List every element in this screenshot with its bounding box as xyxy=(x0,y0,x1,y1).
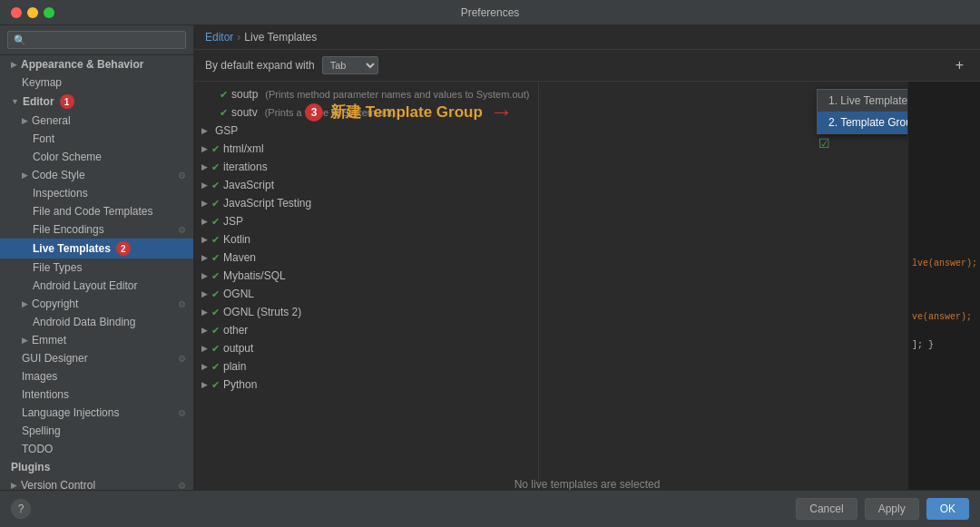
sidebar-item-editor[interactable]: ▼ Editor 1 xyxy=(0,92,193,112)
check-icon: ✔ xyxy=(211,307,220,318)
check-icon: ✔ xyxy=(220,107,228,119)
sidebar-item-label: Editor xyxy=(23,95,54,108)
sidebar-item-label: Spelling xyxy=(22,425,61,437)
arrow-icon: ▶ xyxy=(201,126,208,135)
template-name: iterations xyxy=(223,161,268,173)
sidebar-item-color-scheme[interactable]: Color Scheme xyxy=(0,148,193,166)
sidebar-item-gui-designer[interactable]: GUI Designer ⚙ xyxy=(0,349,193,367)
arrow-icon: ▶ xyxy=(201,380,208,389)
sidebar-item-keymap[interactable]: Keymap xyxy=(0,73,193,92)
arrow-icon: ▶ xyxy=(201,362,208,371)
close-button[interactable] xyxy=(11,7,22,18)
bottom-bar: ? Cancel Apply OK xyxy=(0,490,980,527)
sidebar-item-android-layout-editor[interactable]: Android Layout Editor xyxy=(0,277,193,295)
list-item[interactable]: ▶ ✔ JavaScript Testing xyxy=(194,194,538,212)
sidebar-item-emmet[interactable]: ▶ Emmet xyxy=(0,331,193,349)
sidebar-item-copyright[interactable]: ▶ Copyright ⚙ xyxy=(0,295,193,313)
arrow-icon: ▶ xyxy=(22,299,28,308)
template-list: ✔ soutp (Prints method parameter names a… xyxy=(194,82,539,527)
arrow-icon: ▶ xyxy=(201,199,208,208)
main-content: Editor › Live Templates By default expan… xyxy=(194,25,980,527)
arrow-icon: ▶ xyxy=(201,326,208,335)
sidebar-item-label: Code Style xyxy=(32,169,85,181)
sidebar-item-plugins[interactable]: Plugins xyxy=(0,458,193,476)
list-item[interactable]: ▶ ✔ Python xyxy=(194,376,538,394)
sidebar-item-label: File and Code Templates xyxy=(33,205,153,218)
check-icon: ✔ xyxy=(211,252,220,264)
sidebar-item-label: File Encodings xyxy=(33,223,104,236)
sidebar-item-label: Emmet xyxy=(32,334,66,346)
sidebar-item-general[interactable]: ▶ General xyxy=(0,112,193,130)
sidebar-item-file-code-templates[interactable]: File and Code Templates xyxy=(0,202,193,220)
sidebar-item-label: Copyright xyxy=(32,298,78,310)
ok-button[interactable]: OK xyxy=(926,498,969,520)
sidebar-item-file-encodings[interactable]: File Encodings ⚙ xyxy=(0,220,193,239)
arrow-icon: ▶ xyxy=(201,289,208,298)
list-item[interactable]: ▶ ✔ other xyxy=(194,321,538,339)
list-item[interactable]: ▶ ✔ JavaScript xyxy=(194,176,538,194)
breadcrumb-live-templates: Live Templates xyxy=(244,31,317,44)
sidebar-item-label: Intentions xyxy=(22,388,69,401)
sidebar-item-android-data-binding[interactable]: Android Data Binding xyxy=(0,313,193,331)
arrow-icon: ▶ xyxy=(11,481,17,490)
sidebar-item-inspections[interactable]: Inspections xyxy=(0,184,193,202)
check-icon: ✔ xyxy=(211,234,220,246)
add-button[interactable]: + xyxy=(950,55,969,75)
list-item[interactable]: ▶ ✔ plain xyxy=(194,357,538,376)
arrow-icon: ▶ xyxy=(201,253,208,262)
minimize-button[interactable] xyxy=(27,7,38,18)
breadcrumb: Editor › Live Templates xyxy=(194,25,980,50)
check-icon: ✔ xyxy=(211,161,220,173)
template-name: JavaScript xyxy=(223,179,274,191)
sidebar-item-label: Android Data Binding xyxy=(33,316,135,328)
sidebar-item-intentions[interactable]: Intentions xyxy=(0,385,193,404)
list-item[interactable]: ▶ ✔ OGNL (Struts 2) xyxy=(194,303,538,321)
settings-icon: ⚙ xyxy=(178,171,186,181)
arrow-icon: ▶ xyxy=(22,171,28,180)
sidebar-item-code-style[interactable]: ▶ Code Style ⚙ xyxy=(0,166,193,184)
expand-dropdown[interactable]: Tab Enter Space xyxy=(322,56,378,74)
sidebar-item-label: Keymap xyxy=(22,76,62,89)
window-title: Preferences xyxy=(461,6,520,19)
list-item[interactable]: ▶ ✔ html/xml xyxy=(194,140,538,158)
sidebar-item-label: File Types xyxy=(33,261,82,274)
check-icon: ✔ xyxy=(211,216,220,228)
list-item[interactable]: ▶ ✔ JSP xyxy=(194,212,538,230)
check-icon: ✔ xyxy=(211,379,220,391)
sidebar-item-appearance-behavior[interactable]: ▶ Appearance & Behavior xyxy=(0,55,193,73)
settings-icon: ⚙ xyxy=(178,299,186,309)
arrow-icon: ▶ xyxy=(201,271,208,280)
list-item[interactable]: ▶ ✔ Maven xyxy=(194,249,538,267)
list-item[interactable]: ▶ ✔ iterations xyxy=(194,158,538,176)
check-icon: ✔ xyxy=(211,180,220,191)
list-item[interactable]: ▶ ✔ Mybatis/SQL xyxy=(194,267,538,285)
sidebar-item-spelling[interactable]: Spelling xyxy=(0,422,193,440)
no-selection-area: No live templates are selected xyxy=(194,478,539,491)
cancel-button[interactable]: Cancel xyxy=(796,498,857,520)
maximize-button[interactable] xyxy=(44,7,54,18)
breadcrumb-editor[interactable]: Editor xyxy=(205,31,233,44)
help-button[interactable]: ? xyxy=(11,499,31,519)
sidebar-item-file-types[interactable]: File Types xyxy=(0,259,193,277)
annotation-text: 新建 Template Group xyxy=(330,102,483,122)
sidebar-item-language-injections[interactable]: Language Injections ⚙ xyxy=(0,404,193,422)
list-item[interactable]: ▶ ✔ OGNL xyxy=(194,285,538,303)
arrow-icon: ▶ xyxy=(11,60,17,69)
sidebar-item-label: Color Scheme xyxy=(33,151,102,163)
template-name: JavaScript Testing xyxy=(223,197,311,210)
code-peek: lve(answer); ve(answer); ]; } xyxy=(907,82,980,527)
template-name: OGNL xyxy=(223,288,254,300)
sidebar-item-label: Images xyxy=(22,370,57,383)
search-input[interactable] xyxy=(7,31,186,49)
list-item[interactable]: ▶ ✔ output xyxy=(194,339,538,357)
sidebar-item-live-templates[interactable]: Live Templates 2 xyxy=(0,239,193,259)
apply-button[interactable]: Apply xyxy=(865,498,919,520)
list-item[interactable]: ▶ ✔ Kotlin xyxy=(194,230,538,249)
sidebar-item-images[interactable]: Images xyxy=(0,367,193,385)
sidebar-item-label: GUI Designer xyxy=(22,352,88,365)
sidebar-item-font[interactable]: Font xyxy=(0,130,193,148)
template-name: OGNL (Struts 2) xyxy=(223,306,301,318)
title-bar: Preferences xyxy=(0,0,980,25)
template-name: html/xml xyxy=(223,142,264,155)
sidebar-item-todo[interactable]: TODO xyxy=(0,440,193,458)
